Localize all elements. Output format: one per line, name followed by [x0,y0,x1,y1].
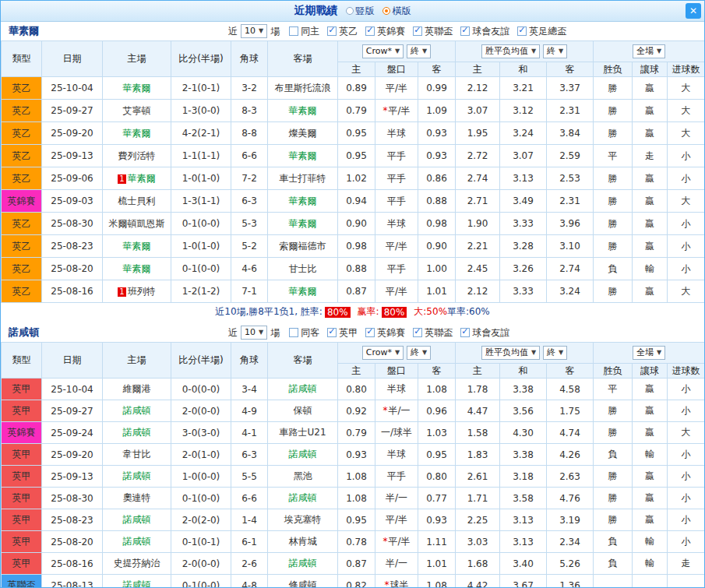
competition-filter-checkbox[interactable]: 英聯盃 [413,25,453,38]
result-goals: 大 [668,77,705,100]
competition-filter-checkbox[interactable]: 英錦賽 [365,25,405,38]
asian-odds-away: 0.90 [418,235,456,258]
home-team-name: 史提芬納治 [114,558,160,569]
away-team-cell: 燦美爾 [268,122,338,145]
home-team-name: 奧連特 [123,492,151,503]
col-header-score: 比分(半場) [171,343,231,379]
odds-final-select[interactable]: 終▼ [407,346,431,360]
score-halftime: 1-3(0-0) [171,100,231,122]
result-goals [668,575,705,588]
dialog-title: 近期戰績 [294,4,338,18]
match-row: 英聯盃 25-08-13 諾咸頓 0-1(0-0) 4-8 修咸頓 0.82 *… [2,575,705,588]
competition-filter-checkbox[interactable]: 英錦賽 [365,326,405,340]
europe-odds-draw: 3.40 [500,553,547,575]
match-date: 25-08-16 [42,280,103,303]
asian-odds-home: 0.92 [338,400,375,422]
europe-odds-home: 4.47 [456,400,500,422]
corner-count: 5-2 [231,235,268,258]
corner-count: 3-4 [231,379,268,400]
competition-type-badge: 英乙 [2,213,42,235]
europe-source-select[interactable]: 胜平负均值▼ [481,346,540,360]
team-header: 諾咸頓 近 10▼ 場 同客 英甲 英錦賽 英聯盃 球會友誼 [1,323,704,342]
away-team-name: 華素爾 [289,195,317,206]
fulltime-select[interactable]: 全場▼ [633,346,665,360]
col-header-type: 類型 [2,41,42,77]
score-halftime: 0-0(0-0) [171,379,231,400]
home-team-cell: 諾咸頓 [103,531,171,553]
score-halftime: 1-1(1-1) [171,145,231,167]
asian-odds-home: 0.82 [338,575,375,588]
result-winloss: 負 [594,553,633,575]
europe-source-select[interactable]: 胜平负均值▼ [481,44,540,58]
col-header-europe-draw: 和 [500,62,547,77]
away-team-name: 保頓 [294,405,312,416]
chevron-down-icon: ▼ [531,347,536,358]
odds-source-select[interactable]: Crow*▼ [362,346,404,360]
recent-games-select[interactable]: 10▼ [241,24,267,38]
competition-filter-checkbox[interactable]: 英乙 [327,25,358,38]
asian-odds-home: 0.95 [338,509,375,531]
score-halftime: 1-3(1-1) [171,190,231,213]
chevron-down-icon: ▼ [559,347,563,358]
europe-odds-away: 1.75 [547,400,594,422]
result-winloss: 負 [594,444,633,466]
competition-filter-label: 球會友誼 [472,326,509,340]
home-team-cell: 諾咸頓 [103,466,171,488]
asian-handicap: 半球 [375,379,418,400]
titlebar: 近期戰績 豎版 橫版 ✕ [1,1,704,22]
layout-radio-horizontal[interactable]: 橫版 [382,5,411,18]
result-winloss: 勝 [594,100,633,122]
asian-odds-away: 0.88 [418,190,456,213]
result-goals: 小 [668,509,705,531]
col-header-home: 主場 [103,41,171,77]
close-button[interactable]: ✕ [686,3,701,19]
summary-row: 近10場,勝8平1负1, 胜率: 80%赢率: 80%大:50% 單率:60% [1,303,704,321]
odds-final-select[interactable]: 終▼ [407,44,431,58]
away-team-cell: 華素爾 [268,280,338,303]
col-header-odds-home: 主 [338,62,375,77]
fulltime-select[interactable]: 全場▼ [633,44,665,58]
match-row: 英甲 25-10-04 維爾港 0-0(0-0) 3-4 諾咸頓 0.80 半球… [2,379,705,400]
chevron-down-icon: ▼ [422,46,427,57]
europe-odds-away: 2.63 [547,466,594,488]
away-team-cell: 布里斯托流浪 [268,77,338,100]
corner-count: 6-6 [231,145,268,167]
competition-type-badge: 英乙 [2,145,42,167]
home-team-name: 諾咸頓 [123,536,151,547]
rank-badge: 1 [118,287,125,297]
europe-odds-home: 1.90 [456,213,500,235]
europe-odds-home: 3.03 [456,531,500,553]
competition-filter-checkbox[interactable]: 同主 [289,25,319,38]
competition-filter-label: 英聯盃 [425,25,453,38]
away-team-name: 諾咸頓 [289,492,317,503]
competition-filter-checkbox[interactable]: 球會友誼 [460,326,509,340]
competition-filter-checkbox[interactable]: 球會友誼 [460,25,509,38]
col-header-europe-away: 客 [547,62,594,77]
europe-odds-home: 2.72 [456,145,500,167]
score-halftime: 0-1(0-0) [171,575,231,588]
europe-odds-draw: 3.24 [500,122,547,145]
home-team-name: 米爾頓凱恩斯 [109,218,165,229]
europe-final-select[interactable]: 終▼ [543,44,567,58]
home-team-name: 韋甘比 [123,449,151,459]
competition-filter-checkbox[interactable]: 英甲 [327,326,358,340]
checkbox-icon [365,328,375,337]
home-team-name: 華素爾 [123,241,151,252]
result-goals: 小 [668,258,705,280]
europe-odds-home: 1.58 [456,422,500,444]
competition-filter-checkbox[interactable]: 英聯盃 [413,326,453,340]
result-handicap: 輸 [633,553,668,575]
result-winloss: 勝 [594,190,633,213]
asian-odds-away: 1.09 [418,100,456,122]
odds-source-select[interactable]: Crow*▼ [362,44,404,58]
competition-filter-checkbox[interactable]: 同客 [289,326,319,340]
competition-filter-checkbox[interactable]: 英足總盃 [517,25,566,38]
result-handicap: 輸 [633,444,668,466]
away-team-name: 諾咸頓 [289,383,317,394]
away-team-name: 華素爾 [289,150,317,161]
close-icon: ✕ [689,5,697,16]
asian-odds-home: 0.95 [338,122,375,145]
layout-radio-vertical[interactable]: 豎版 [346,5,375,18]
europe-final-select[interactable]: 終▼ [543,346,567,360]
recent-games-select[interactable]: 10▼ [241,326,267,340]
